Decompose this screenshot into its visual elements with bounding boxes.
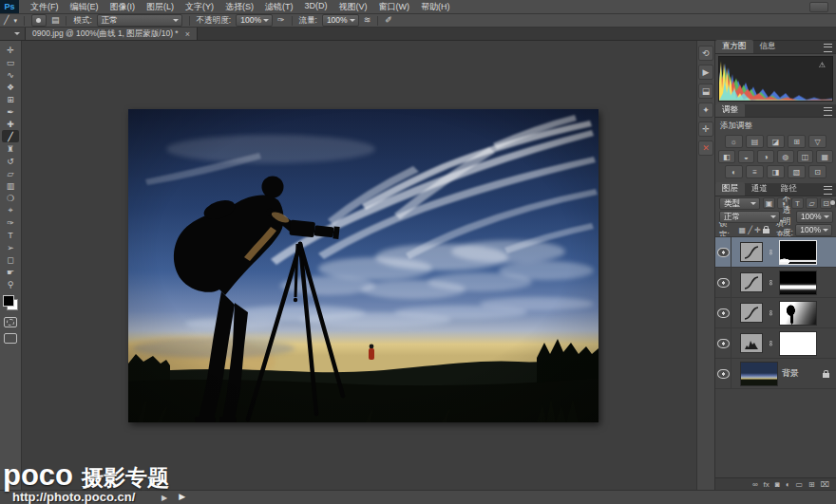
flow-select[interactable]: 100% bbox=[322, 14, 359, 27]
add-mask-icon[interactable]: ◙ bbox=[775, 480, 780, 490]
curves-adjustment-thumbnail[interactable] bbox=[740, 242, 763, 262]
tab-layers-0[interactable]: 图层 bbox=[715, 182, 745, 196]
pen-tool[interactable]: ✑ bbox=[2, 216, 19, 229]
adjustment-black-white-icon[interactable]: ◑ bbox=[757, 150, 774, 163]
menu-item-9[interactable]: 窗口(W) bbox=[373, 1, 416, 13]
adjustment-posterize-icon[interactable]: ≡ bbox=[746, 165, 764, 178]
properties-panel-icon[interactable]: ⬓ bbox=[698, 84, 713, 99]
actions-panel-icon[interactable]: ▶ bbox=[698, 65, 713, 80]
adjustment-selective-color-icon[interactable]: ⊡ bbox=[808, 165, 826, 178]
tab-layers-1[interactable]: 通道 bbox=[745, 182, 774, 196]
curves-adjustment-thumbnail[interactable] bbox=[740, 303, 763, 323]
adjustment-invert-icon[interactable]: ◐ bbox=[725, 165, 743, 178]
blur-tool[interactable]: ❍ bbox=[2, 192, 19, 204]
lock-pixels-icon[interactable]: ╱ bbox=[748, 226, 752, 234]
menu-item-0[interactable]: 文件(F) bbox=[25, 1, 65, 13]
filter-pixel-icon[interactable]: ▣ bbox=[763, 197, 775, 209]
size-pressure-icon[interactable]: ✐ bbox=[385, 15, 392, 26]
move-tool[interactable]: ✛ bbox=[2, 44, 19, 56]
layer-mask-thumbnail[interactable] bbox=[779, 301, 817, 326]
brush-preset-picker[interactable] bbox=[31, 14, 47, 27]
eraser-tool[interactable]: ▱ bbox=[2, 167, 19, 179]
layer-row-2[interactable]: ∞ bbox=[715, 298, 836, 328]
layer-mask-thumbnail[interactable] bbox=[779, 240, 817, 265]
tab-layers-2[interactable]: 路径 bbox=[774, 182, 804, 196]
menu-item-6[interactable]: 滤镜(T) bbox=[259, 1, 299, 13]
marquee-tool[interactable]: ▭ bbox=[2, 56, 19, 68]
tool-preset-chevron-icon[interactable]: ▾ bbox=[13, 15, 17, 26]
foreground-color-swatch[interactable] bbox=[3, 295, 14, 307]
adjustment-hue-saturation-icon[interactable]: ◧ bbox=[718, 150, 735, 163]
layer-visibility-toggle[interactable] bbox=[715, 359, 732, 388]
layer-row-4[interactable]: 背景 bbox=[715, 359, 836, 389]
gradient-tool[interactable]: ▥ bbox=[2, 179, 19, 192]
dodge-tool[interactable]: ⌖ bbox=[2, 204, 19, 216]
layer-row-1[interactable]: ∞ bbox=[715, 268, 836, 298]
layer-mask-thumbnail[interactable] bbox=[779, 271, 817, 295]
lock-position-icon[interactable]: ✛ bbox=[754, 226, 761, 234]
link-layers-icon[interactable]: ∞ bbox=[752, 480, 758, 490]
quick-mask-button[interactable] bbox=[4, 317, 17, 327]
workspace-button[interactable] bbox=[809, 2, 828, 12]
close-document-icon[interactable]: × bbox=[185, 29, 190, 39]
panel-menu-icon[interactable] bbox=[824, 107, 832, 116]
filter-shape-icon[interactable]: ▱ bbox=[806, 197, 818, 209]
adjustment-gradient-map-icon[interactable]: ▧ bbox=[788, 165, 806, 178]
adjustment-brightness-contrast-icon[interactable]: ☼ bbox=[725, 135, 743, 148]
adjustment-curves-icon[interactable]: ◪ bbox=[767, 135, 785, 148]
add-panel-icon[interactable]: ✛ bbox=[698, 121, 713, 137]
layer-opacity-select[interactable]: 100% bbox=[796, 211, 833, 223]
layer-filter-select[interactable]: 类型 bbox=[719, 197, 760, 210]
adjustment-levels-icon[interactable]: ▤ bbox=[746, 135, 764, 148]
lasso-tool[interactable]: ∿ bbox=[2, 68, 19, 81]
eyedropper-tool[interactable]: ✒ bbox=[2, 105, 19, 118]
layer-fill-select[interactable]: 100% bbox=[795, 224, 832, 236]
adjustment-photo-filter-icon[interactable]: ◍ bbox=[777, 150, 794, 163]
tab-histogram-1[interactable]: 信息 bbox=[753, 40, 783, 53]
adjustment-exposure-icon[interactable]: ⊞ bbox=[788, 135, 806, 148]
menu-item-5[interactable]: 选择(S) bbox=[219, 1, 259, 13]
panel-menu-icon[interactable] bbox=[824, 186, 832, 195]
lock-all-icon[interactable] bbox=[763, 229, 770, 233]
close-panel-icon[interactable]: ✕ bbox=[698, 140, 713, 156]
tab-scroll-button[interactable] bbox=[0, 28, 26, 40]
tab-histogram-0[interactable]: 直方图 bbox=[715, 40, 753, 53]
healing-brush-tool[interactable]: ✚ bbox=[2, 118, 19, 130]
layer-visibility-toggle[interactable] bbox=[715, 298, 732, 327]
document-tab[interactable]: 0900.jpg @ 100%(曲线 1, 图层蒙版/10) * × bbox=[26, 28, 198, 40]
brush-tool-icon[interactable]: ╱ bbox=[4, 15, 9, 26]
brush-panel-toggle-icon[interactable]: ▤ bbox=[51, 15, 60, 26]
adjustment-vibrance-icon[interactable]: ▽ bbox=[808, 135, 826, 148]
opacity-pressure-icon[interactable]: ✑ bbox=[277, 15, 285, 26]
menu-item-2[interactable]: 图像(I) bbox=[104, 1, 142, 13]
tab-adjustments[interactable]: 调整 bbox=[715, 103, 745, 117]
shape-tool[interactable]: ◻ bbox=[2, 253, 19, 266]
menu-item-1[interactable]: 编辑(E) bbox=[65, 1, 104, 13]
new-layer-icon[interactable]: ⊞ bbox=[808, 480, 815, 490]
layer-style-icon[interactable]: fx bbox=[764, 480, 770, 490]
path-select-tool[interactable]: ➢ bbox=[2, 241, 19, 253]
clone-stamp-tool[interactable]: ♜ bbox=[2, 142, 19, 155]
layer-row-0[interactable]: ∞ bbox=[715, 237, 836, 268]
history-panel-icon[interactable]: ⟲ bbox=[698, 46, 713, 61]
panel-menu-icon[interactable] bbox=[824, 44, 832, 52]
screen-mode-button[interactable] bbox=[4, 333, 17, 344]
crop-tool[interactable]: ⊞ bbox=[2, 93, 19, 105]
opacity-select[interactable]: 100% bbox=[236, 14, 273, 27]
layer-visibility-toggle[interactable] bbox=[715, 328, 732, 358]
brush-presets-panel-icon[interactable]: ✦ bbox=[698, 103, 713, 118]
type-tool[interactable]: T bbox=[2, 229, 19, 241]
layer-visibility-toggle[interactable] bbox=[715, 268, 732, 297]
layer-visibility-toggle[interactable] bbox=[715, 237, 732, 267]
adjustment-color-balance-icon[interactable]: ◒ bbox=[738, 150, 755, 163]
hand-tool[interactable]: ☛ bbox=[2, 266, 19, 278]
filter-type-icon[interactable]: T bbox=[791, 197, 804, 209]
menu-item-10[interactable]: 帮助(H) bbox=[415, 1, 456, 13]
lock-transparent-icon[interactable]: ▦ bbox=[739, 226, 747, 234]
menu-item-3[interactable]: 图层(L) bbox=[141, 1, 180, 13]
menu-item-8[interactable]: 视图(V) bbox=[333, 1, 373, 13]
menu-item-7[interactable]: 3D(D) bbox=[299, 1, 333, 13]
brush-tool[interactable]: ╱ bbox=[2, 130, 19, 142]
layer-row-3[interactable]: ∞ bbox=[715, 328, 836, 359]
curves-adjustment-thumbnail[interactable] bbox=[740, 272, 763, 292]
